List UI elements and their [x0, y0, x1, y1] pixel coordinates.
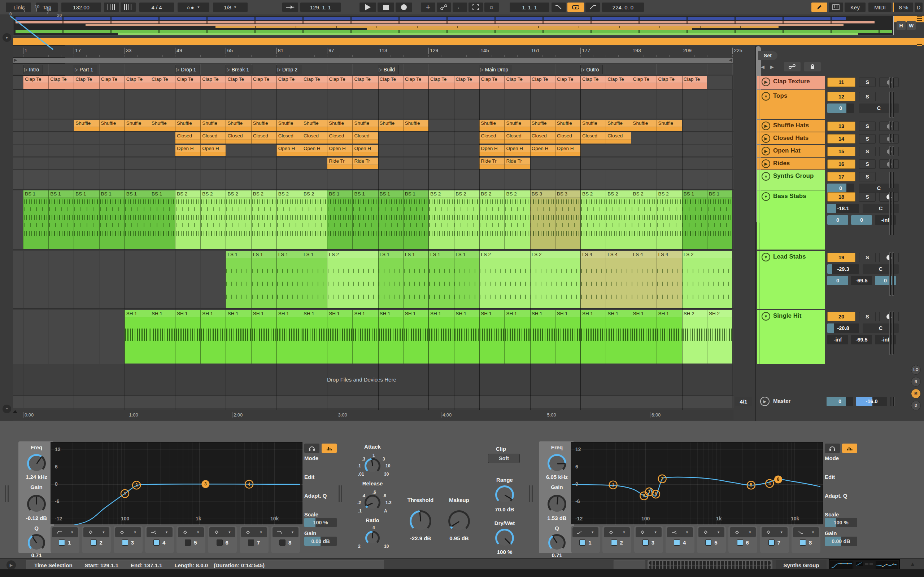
solo-button[interactable]: S	[859, 92, 876, 102]
arrangement-clip[interactable]: BS 1	[403, 190, 428, 249]
band-activator-checkbox[interactable]	[216, 540, 223, 546]
arrangement-clip[interactable]: Clap Te	[378, 76, 403, 89]
track-number[interactable]: 16	[827, 160, 855, 169]
spectrum-toggle[interactable]	[321, 443, 337, 453]
arm-button[interactable]	[879, 147, 899, 156]
arrangement-clip[interactable]: BS 2	[479, 190, 504, 249]
arrangement-clip[interactable]: LS 2	[530, 251, 580, 308]
solo-button[interactable]: S	[859, 192, 876, 201]
eq-band-2[interactable]: ▼ 2	[603, 526, 631, 553]
arrangement-clip[interactable]: Closed	[479, 132, 504, 143]
q-knob[interactable]	[28, 534, 45, 551]
freq-knob[interactable]	[27, 454, 46, 473]
lock-envelopes-button[interactable]	[804, 62, 821, 71]
prev-locator-button[interactable]: ◀	[759, 63, 767, 71]
master-volume[interactable]: -16.0	[856, 397, 887, 406]
track-volume[interactable]: -29.3	[827, 264, 859, 274]
clip-mode-button[interactable]: Soft	[488, 454, 520, 463]
arm-button[interactable]	[879, 160, 899, 169]
arrangement-clip[interactable]: Clap Te	[99, 76, 124, 89]
arrangement-clip[interactable]: BS 1	[150, 190, 175, 249]
arrangement-clip[interactable]: LS 1	[276, 251, 302, 308]
send-b[interactable]: 0	[851, 215, 872, 225]
eq-band-2[interactable]: ▼ 2	[82, 526, 111, 553]
arrangement-clip[interactable]: Clap Te	[479, 76, 504, 89]
arrangement-clip[interactable]: Shuffle	[403, 120, 428, 131]
track-volume[interactable]: -20.8	[827, 324, 859, 333]
play-icon[interactable]: ▶	[762, 77, 770, 86]
locator-flag[interactable]: ▷Part 1	[74, 65, 97, 74]
arrangement-clip[interactable]: Clap Te	[530, 76, 555, 89]
computer-midi-keyboard-button[interactable]	[829, 3, 843, 12]
mixer-section-toggle-d[interactable]: D	[911, 401, 921, 410]
arrangement-clip[interactable]: BS 2	[606, 190, 631, 249]
arrangement-clip[interactable]: Closed	[530, 132, 555, 143]
arrangement-clip[interactable]: Clap Te	[657, 76, 682, 89]
scale-value[interactable]: 100 %	[304, 518, 337, 527]
filter-type-selector[interactable]: ▼	[667, 527, 693, 537]
arrangement-clip[interactable]: Clap Te	[251, 76, 276, 89]
arrangement-clip[interactable]: Shuffle	[74, 120, 99, 131]
link-button[interactable]: Link	[6, 3, 31, 12]
arrangement-clip[interactable]: Clap Te	[302, 76, 327, 89]
arrangement-clip[interactable]: BS 2	[504, 190, 530, 249]
arrangement-clip[interactable]: BS 2	[631, 190, 656, 249]
arrangement-clip[interactable]: Shuffle	[276, 120, 302, 131]
arrangement-clip[interactable]: Clap Te	[124, 76, 150, 89]
arrangement-clip[interactable]: LS 4	[580, 251, 606, 308]
arrangement-clip[interactable]: Clap Te	[403, 76, 428, 89]
eq-band-6[interactable]: ▼ 6	[729, 526, 757, 553]
arrangement-clip[interactable]: SH 1	[251, 310, 276, 364]
draw-mode-button[interactable]	[811, 3, 827, 12]
automation-arm-button[interactable]	[437, 3, 451, 12]
track-number[interactable]: 17	[827, 172, 855, 181]
arrangement-clip[interactable]: SH 1	[428, 310, 454, 364]
time-signature-field[interactable]: 4 / 4	[139, 3, 174, 12]
locator-flag[interactable]: ▷Outro	[580, 65, 603, 74]
arrangement-clip[interactable]: Clap Te	[23, 76, 48, 89]
band-activator-checkbox[interactable]	[90, 540, 97, 546]
eq-band-5[interactable]: ▼ 5	[697, 526, 726, 553]
punch-in-button[interactable]	[551, 3, 566, 12]
arrangement-clip[interactable]: Shuffle	[327, 120, 352, 131]
track-header-open-hat[interactable]: ▶ Open Hat	[759, 145, 825, 157]
send-b[interactable]: -69.5	[851, 276, 872, 285]
arrangement-clip[interactable]: Ride Tr	[352, 158, 378, 169]
eq-curve-graph[interactable]: 1234	[50, 442, 302, 524]
arrangement-clip[interactable]: SH 1	[378, 310, 403, 364]
makeup-knob[interactable]	[448, 510, 470, 532]
audition-button[interactable]	[825, 443, 840, 453]
eq-band-6[interactable]: ▼ 6	[208, 526, 237, 553]
track-number[interactable]: 14	[827, 134, 855, 143]
fold-icon[interactable]: ≡	[762, 92, 770, 101]
arrangement-clip[interactable]: LS 2	[327, 251, 378, 308]
arrangement-clip[interactable]: LS 1	[302, 251, 327, 308]
metronome-button[interactable]: ○●▼	[178, 3, 209, 12]
arrangement-clip[interactable]: Closed	[276, 132, 302, 143]
arrangement-clip[interactable]: Shuffle	[631, 120, 656, 131]
q-knob[interactable]	[548, 534, 565, 551]
arrangement-clip[interactable]: Ride Tr	[504, 158, 530, 169]
eq-band-7[interactable]: ▼ 7	[240, 526, 268, 553]
track-header-bass-stabs[interactable]: ▼ Bass Stabs	[759, 190, 825, 250]
arrangement-clip[interactable]: Ride Tr	[479, 158, 504, 169]
eq-band-1[interactable]: ▼ 1	[50, 526, 79, 553]
arrangement-clip[interactable]: Open H	[352, 145, 378, 156]
nudge-up-button[interactable]	[121, 3, 136, 12]
track-number[interactable]: 20	[827, 312, 855, 321]
arrangement-clip[interactable]: Shuffle	[251, 120, 276, 131]
arrangement-clip[interactable]: LS 2	[682, 251, 732, 308]
nudge-down-button[interactable]	[104, 3, 119, 12]
mixer-section-toggle-m[interactable]: M	[911, 389, 921, 398]
band-activator-checkbox[interactable]	[643, 540, 649, 546]
eq-band-1[interactable]: ▼ 1	[571, 526, 600, 553]
arrangement-clip[interactable]: BS 2	[302, 190, 327, 249]
band-activator-checkbox[interactable]	[185, 540, 191, 546]
track-header-synths-group[interactable]: ≡ Synths Group	[759, 170, 825, 190]
track-header-lead-stabs[interactable]: ▼ Lead Stabs	[759, 251, 825, 309]
arrangement-clip[interactable]: Shuffle	[479, 120, 504, 131]
beat-time-ruler[interactable]: 1173349658197113129145161177193209225	[13, 46, 733, 57]
filter-type-selector[interactable]: ▼	[793, 527, 819, 537]
locator-flag[interactable]: ▷Build	[378, 65, 399, 74]
unfold-icon[interactable]: ▼	[762, 312, 770, 321]
